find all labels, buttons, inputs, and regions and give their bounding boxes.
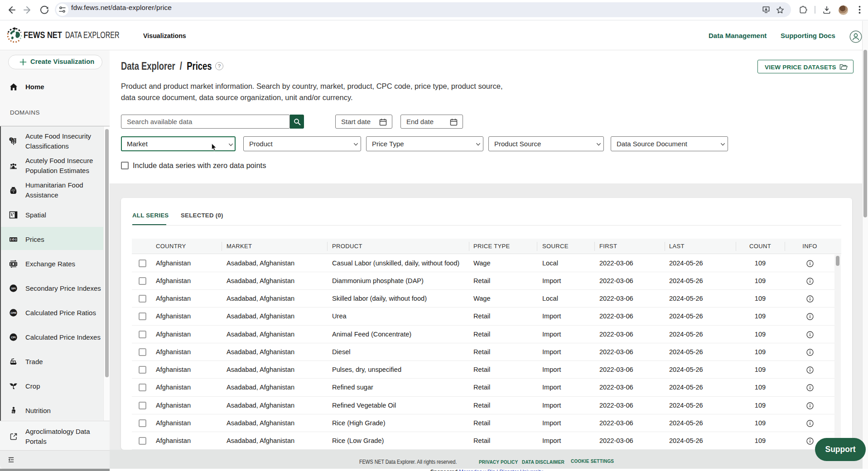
- svg-text:CPI: CPI: [11, 336, 15, 339]
- svg-text:!: !: [10, 138, 11, 141]
- svg-text:$: $: [13, 238, 14, 241]
- svg-text:SPI: SPI: [11, 287, 16, 290]
- svg-text:CPR: CPR: [10, 312, 16, 314]
